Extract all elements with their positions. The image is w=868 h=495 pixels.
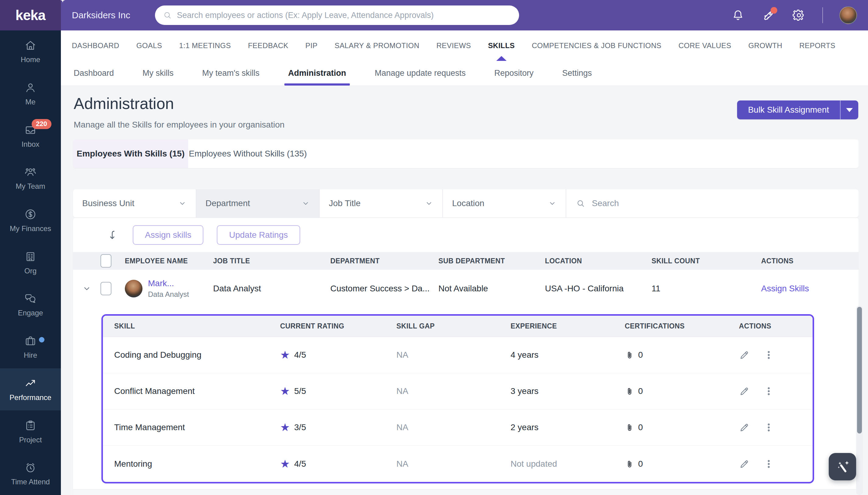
kebab-menu-icon[interactable] xyxy=(763,386,774,397)
employee-name-link[interactable]: Mark... xyxy=(148,278,189,288)
tab-goals[interactable]: GOALS xyxy=(136,31,162,61)
subtab-manage-update-requests[interactable]: Manage update requests xyxy=(375,61,466,86)
employee-avatar[interactable] xyxy=(125,280,142,297)
sidebar-item-time-attend[interactable]: Time Attend xyxy=(0,453,61,495)
row-checkbox[interactable] xyxy=(101,282,112,295)
sidebar-item-home[interactable]: Home xyxy=(0,31,61,73)
employee-role: Data Analyst xyxy=(148,290,189,298)
rocket-icon[interactable] xyxy=(762,8,776,22)
update-ratings-button[interactable]: Update Ratings xyxy=(217,225,300,245)
col-employee-name: EMPLOYEE NAME xyxy=(125,257,213,265)
topbar-icons xyxy=(731,6,868,24)
filter-job-title[interactable]: Job Title xyxy=(320,189,443,217)
edit-pencil-icon[interactable] xyxy=(739,386,750,397)
cell-sub-department: Not Available xyxy=(438,284,545,293)
col-skill-gap: SKILL GAP xyxy=(396,322,511,330)
tab-1-1-meetings[interactable]: 1:1 MEETINGS xyxy=(179,31,231,61)
sidebar-item-hire[interactable]: Hire xyxy=(0,326,61,368)
assign-skills-button[interactable]: Assign skills xyxy=(133,225,203,245)
sidebar-item-my-team[interactable]: My Team xyxy=(0,157,61,200)
person-icon xyxy=(24,81,37,94)
scrollbar-thumb[interactable] xyxy=(857,307,862,433)
cell-job-title: Data Analyst xyxy=(213,284,330,293)
skill-gap: NA xyxy=(396,386,511,396)
sort-arrow-icon[interactable] xyxy=(107,229,119,241)
tab-pip[interactable]: PIP xyxy=(305,31,318,61)
subtab-repository[interactable]: Repository xyxy=(494,61,534,86)
col-location: LOCATION xyxy=(545,257,651,265)
sidebar-item-inbox[interactable]: 220 Inbox xyxy=(0,115,61,157)
global-search-input[interactable] xyxy=(177,11,511,20)
select-all-checkbox[interactable] xyxy=(101,254,112,268)
certifications-count: 0 xyxy=(638,350,643,360)
tab-core-values[interactable]: CORE VALUES xyxy=(679,31,731,61)
sidebar-item-org[interactable]: Org xyxy=(0,241,61,284)
subtab-administration[interactable]: Administration xyxy=(288,61,346,86)
sidebar-item-me[interactable]: Me xyxy=(0,73,61,115)
row-expander-chevron-icon[interactable] xyxy=(73,284,101,293)
edit-pencil-icon[interactable] xyxy=(739,459,750,470)
filter-department[interactable]: Department xyxy=(197,189,320,217)
edit-pencil-icon[interactable] xyxy=(739,422,750,433)
building-icon xyxy=(24,250,37,263)
kebab-menu-icon[interactable] xyxy=(763,349,774,360)
topbar: keka Darksiders Inc xyxy=(0,0,868,31)
company-name: Darksiders Inc xyxy=(72,10,143,20)
notifications-bell-icon[interactable] xyxy=(731,8,745,22)
inbox-count-badge: 220 xyxy=(32,119,51,129)
global-search[interactable] xyxy=(155,5,519,25)
tab-salary-promotion[interactable]: SALARY & PROMOTION xyxy=(335,31,419,61)
tab-competencies-job-functions[interactable]: COMPETENCIES & JOB FUNCTIONS xyxy=(532,31,662,61)
chevron-down-icon xyxy=(548,199,557,208)
tab-feedback[interactable]: FEEDBACK xyxy=(248,31,289,61)
sidebar-item-my-finances[interactable]: My Finances xyxy=(0,200,61,242)
sidebar-item-label: Inbox xyxy=(22,140,39,149)
tab-dashboard[interactable]: DASHBOARD xyxy=(72,31,119,61)
cell-skill-count: 11 xyxy=(651,284,743,293)
subtab-my-skills[interactable]: My skills xyxy=(142,61,173,86)
table-search-input[interactable] xyxy=(592,199,858,208)
subtab-my-teams-skills[interactable]: My team's skills xyxy=(202,61,259,86)
tab-reviews[interactable]: REVIEWS xyxy=(436,31,471,61)
rating-cell: ★ 4/5 xyxy=(280,459,396,470)
skills-table-header: SKILL CURRENT RATING SKILL GAP EXPERIENC… xyxy=(103,316,813,337)
employees-table-card: Assign skills Update Ratings EMPLOYEE NA… xyxy=(73,218,858,495)
kebab-menu-icon[interactable] xyxy=(763,422,774,433)
rating-value: 4/5 xyxy=(294,459,306,469)
tab-employees-with-skills[interactable]: Employees With Skills (15) xyxy=(73,139,188,168)
bulk-skill-assignment-button[interactable]: Bulk Skill Assignment xyxy=(737,100,858,119)
hire-notification-dot xyxy=(39,337,45,342)
table-search[interactable] xyxy=(566,189,858,217)
magic-wand-button[interactable] xyxy=(829,453,856,480)
filter-location[interactable]: Location xyxy=(443,189,566,217)
tab-reports[interactable]: REPORTS xyxy=(800,31,835,61)
subtab-dashboard[interactable]: Dashboard xyxy=(74,61,114,86)
bulk-skill-assignment-dropdown[interactable] xyxy=(840,100,858,119)
bulk-skill-assignment-label: Bulk Skill Assignment xyxy=(737,105,840,115)
subtab-settings[interactable]: Settings xyxy=(562,61,592,86)
scrollbar-track[interactable] xyxy=(856,306,863,495)
employee-row: Mark... Data Analyst Data Analyst Custom… xyxy=(73,270,858,307)
tab-growth[interactable]: GROWTH xyxy=(748,31,782,61)
edit-pencil-icon[interactable] xyxy=(739,349,750,360)
sidebar-item-project[interactable]: Project xyxy=(0,410,61,453)
cell-location: USA -HO - California xyxy=(545,284,651,293)
page-subtitle: Manage all the Skills for employees in y… xyxy=(74,120,285,130)
gear-icon[interactable] xyxy=(792,8,806,22)
sidebar-item-engage[interactable]: Engage xyxy=(0,284,61,326)
sidebar-item-performance[interactable]: Performance xyxy=(0,368,61,411)
paperclip-icon xyxy=(625,459,634,469)
home-icon xyxy=(24,39,37,52)
user-avatar[interactable] xyxy=(839,6,857,24)
kebab-menu-icon[interactable] xyxy=(763,459,774,470)
filter-business-unit[interactable]: Business Unit xyxy=(73,189,197,217)
dollar-icon xyxy=(24,208,37,221)
col-department: DEPARTMENT xyxy=(330,257,438,265)
keka-logo[interactable]: keka xyxy=(0,0,61,31)
tab-employees-without-skills[interactable]: Employees Without Skills (135) xyxy=(188,139,307,168)
tab-skills[interactable]: SKILLS xyxy=(488,31,515,61)
keka-logo-text: keka xyxy=(16,7,45,23)
certifications-count: 0 xyxy=(638,459,643,469)
skill-actions xyxy=(739,349,813,360)
assign-skills-link[interactable]: Assign Skills xyxy=(743,284,858,293)
